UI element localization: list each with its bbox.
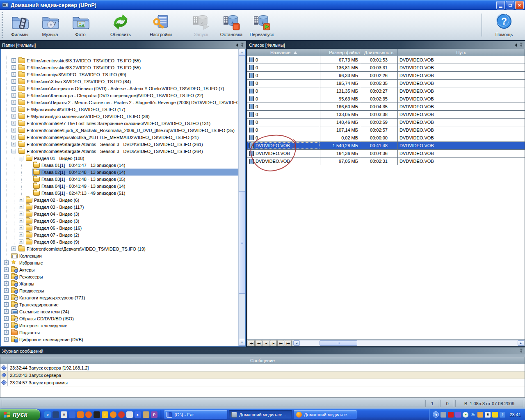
column-header-2[interactable]: Размер файла: [320, 49, 360, 56]
tree-item[interactable]: +E:\films\xxx\Астерикс и Обеликс (DVD) -…: [1, 85, 238, 92]
tree-item[interactable]: +Образы CD/DVD/BD (ISO): [1, 315, 238, 322]
bitcomet-icon[interactable]: B: [485, 412, 491, 418]
tree-item[interactable]: +E:\films\mumiya3\VIDEO_TS\VIDEO_TS.IFO …: [1, 71, 238, 78]
expand-plus-icon[interactable]: +: [4, 323, 9, 328]
log-row[interactable]: 23:32:44 Запуск сервера [192.168.1.2]: [0, 364, 525, 372]
internet-explorer-icon[interactable]: e: [44, 411, 51, 418]
media-player-icon[interactable]: ▸: [135, 411, 141, 418]
expand-plus-icon[interactable]: +: [11, 100, 16, 105]
3b-indicator-icon[interactable]: 3b: [470, 412, 476, 418]
media-row[interactable]: DVDVIDEO.VOB1 540,28 МБ00:41:48DVDVIDEO.…: [247, 142, 525, 150]
expand-plus-icon[interactable]: +: [19, 233, 23, 237]
tree-item[interactable]: +Режиссеры: [1, 273, 238, 280]
collapse-panel-icon[interactable]: [236, 43, 238, 47]
toolbar-button-refresh[interactable]: Обновить: [105, 11, 136, 37]
tree-item[interactable]: +Избранные: [1, 259, 238, 266]
the-bat-icon[interactable]: [52, 411, 59, 418]
tree-item[interactable]: Коллекции: [1, 252, 238, 259]
expand-plus-icon[interactable]: +: [19, 205, 23, 209]
expand-plus-icon[interactable]: +: [11, 79, 16, 84]
nav-prev-fast-button[interactable]: ◀◀: [255, 340, 262, 346]
expand-plus-icon[interactable]: +: [4, 337, 9, 342]
tree-item[interactable]: +Раздел 02 - Видео (6): [1, 196, 238, 203]
media-row[interactable]: 0148,46 МБ00:03:59DVDVIDEO.VOB: [247, 119, 525, 126]
punto-switcher-icon[interactable]: P: [151, 411, 158, 418]
expand-plus-icon[interactable]: +: [11, 107, 16, 112]
tree-item[interactable]: +F:\torrent\comlete\Stargate Atlantis - …: [1, 141, 238, 148]
taskbar-task[interactable]: {C:\} - Far: [164, 410, 228, 419]
expand-plus-icon[interactable]: +: [4, 281, 9, 286]
expand-plus-icon[interactable]: +: [11, 135, 16, 139]
tree-item[interactable]: +Раздел 03 - Видео (117): [1, 203, 238, 210]
expand-plus-icon[interactable]: +: [4, 302, 9, 307]
tree-item[interactable]: +Актеры: [1, 266, 238, 273]
toolbar-button-start[interactable]: ♪Запуск: [186, 11, 216, 37]
expand-plus-icon[interactable]: +: [4, 330, 9, 335]
toolbar-button-restart[interactable]: ♪Перезапуск: [247, 11, 277, 37]
tree-item[interactable]: Глава 03[1] - 00:41:48 - 13 эпизодов (15…: [1, 176, 238, 183]
nav-last-button[interactable]: ▶▶|: [285, 340, 292, 346]
tree-scrollbar[interactable]: ▲ ▼: [238, 49, 245, 346]
tree-item[interactable]: +Интернет телевидение: [1, 322, 238, 329]
expand-plus-icon[interactable]: +: [19, 240, 23, 244]
expand-plus-icon[interactable]: +: [19, 226, 23, 230]
column-header-3[interactable]: Длительность: [360, 49, 398, 56]
media-hscrollbar[interactable]: ◄ ►: [293, 340, 525, 346]
log-row[interactable]: 23:32:43 Запуск сервера: [0, 372, 525, 379]
opera-icon[interactable]: [118, 411, 125, 418]
tree-item[interactable]: +Раздел 04 - Видео (3): [1, 210, 238, 217]
toolbar-grip-icon[interactable]: [2, 12, 3, 38]
tree-item[interactable]: +E:\films\xxx\Пираты 2 - Месть Стагнетти…: [1, 99, 238, 106]
expand-plus-icon[interactable]: +: [11, 93, 16, 98]
sound-horn-icon[interactable]: [477, 412, 483, 418]
firefox-icon[interactable]: [85, 411, 92, 418]
scroll-track[interactable]: [239, 56, 245, 339]
toolbar-button-settings[interactable]: Настройки: [146, 11, 176, 37]
nav-prev-button[interactable]: ◀: [262, 340, 269, 346]
expand-plus-icon[interactable]: +: [11, 128, 16, 132]
tree-item[interactable]: +Каталоги медиа-ресурсов (771): [1, 294, 238, 301]
far-manager-icon[interactable]: [69, 411, 75, 418]
toolbar-button-films[interactable]: Фильмы: [5, 11, 35, 37]
toolbar-button-stop[interactable]: ♪Остановка: [216, 11, 247, 37]
expand-plus-icon[interactable]: +: [11, 142, 16, 146]
media-row[interactable]: 0195,74 МБ00:05:35DVDVIDEO.VOB: [247, 80, 525, 87]
scroll-thumb[interactable]: [239, 191, 245, 294]
display-settings-icon[interactable]: [455, 412, 461, 418]
expand-plus-icon[interactable]: +: [4, 309, 9, 314]
hide-tray-icons-button[interactable]: ◄: [433, 411, 439, 418]
column-header-4[interactable]: Путь: [398, 49, 525, 56]
media-row[interactable]: 096,33 МБ00:02:26DVDVIDEO.VOB: [247, 72, 525, 80]
pin-icon[interactable]: [240, 43, 244, 47]
tree-item[interactable]: +E:\films\xxx\X two 3\VIDEO_TS\VIDEO_TS.…: [1, 78, 238, 85]
media-row[interactable]: 0107,14 МБ00:02:57DVDVIDEO.VOB: [247, 126, 525, 134]
expand-minus-icon[interactable]: −: [19, 156, 23, 160]
tree-item[interactable]: +F:\torrent\comlete\7 The Lost Tales Зат…: [1, 120, 238, 127]
expand-plus-icon[interactable]: +: [4, 316, 9, 321]
media-row[interactable]: 095,63 МБ00:02:35DVDVIDEO.VOB: [247, 95, 525, 103]
tree-item[interactable]: Глава 04[1] - 00:41:49 - 13 эпизодов (14…: [1, 183, 238, 189]
tree-item[interactable]: +Раздел 05 - Видео (3): [1, 217, 238, 224]
expand-plus-icon[interactable]: +: [19, 198, 23, 202]
taskbar-task[interactable]: Домашний медиа-се...: [228, 410, 292, 419]
scroll-up-icon[interactable]: ▲: [239, 49, 245, 56]
media-row[interactable]: DVDVIDEO.VOB97,05 МБ00:02:31DVDVIDEO.VOB: [247, 158, 525, 165]
expand-plus-icon[interactable]: +: [11, 247, 16, 251]
toolbar-button-photo[interactable]: Фото: [65, 11, 96, 37]
media-row[interactable]: 00,02 МБ00:00:00DVDVIDEO.VOB: [247, 134, 525, 142]
text-editor-icon[interactable]: A: [61, 411, 67, 418]
expand-plus-icon[interactable]: +: [11, 72, 16, 77]
expand-plus-icon[interactable]: +: [11, 114, 16, 119]
media-row[interactable]: 0166,60 МБ00:04:35DVDVIDEO.VOB: [247, 103, 525, 111]
security-shield-icon[interactable]: ?: [500, 412, 505, 418]
media-row[interactable]: 0136,81 МБ00:03:31DVDVIDEO.VOB: [247, 64, 525, 72]
scroll-left-icon[interactable]: ◄: [293, 340, 300, 346]
log-row[interactable]: 23:24:57 Запуск программы: [0, 379, 525, 386]
expand-plus-icon[interactable]: +: [4, 267, 9, 272]
expand-minus-icon[interactable]: −: [11, 149, 16, 153]
scroll-right-icon[interactable]: ►: [518, 340, 524, 346]
start-button[interactable]: пуск: [0, 409, 40, 420]
home-app-icon[interactable]: [143, 411, 149, 418]
tree-item[interactable]: +Раздел 07 - Видео (2): [1, 231, 238, 238]
expand-plus-icon[interactable]: +: [4, 274, 9, 279]
